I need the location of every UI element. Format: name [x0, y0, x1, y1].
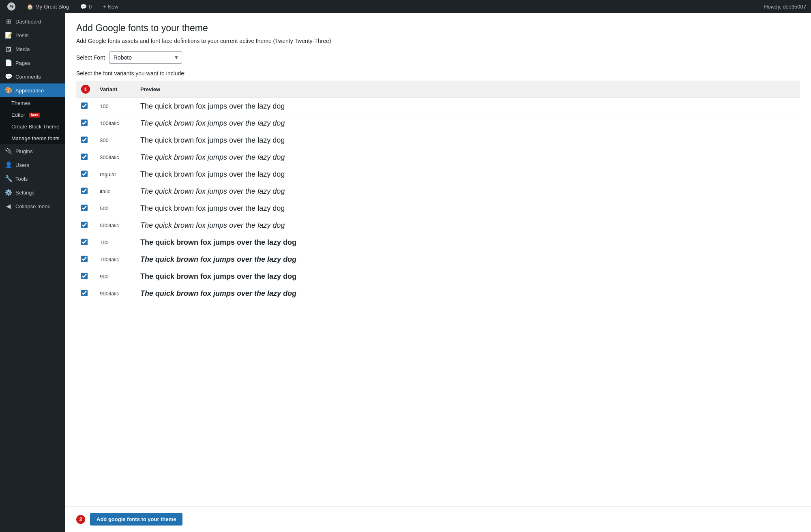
variant-checkbox[interactable] — [81, 273, 88, 279]
sidebar-item-comments[interactable]: 💬 Comments — [0, 70, 65, 83]
step-1-badge: 1 — [81, 85, 90, 94]
variant-checkbox[interactable] — [81, 256, 88, 262]
table-row: 700italicThe quick brown fox jumps over … — [76, 251, 800, 268]
variant-name: 500italic — [95, 217, 135, 234]
variant-preview: The quick brown fox jumps over the lazy … — [135, 251, 800, 268]
adminbar-site-name[interactable]: 🏠 My Great Blog — [24, 0, 71, 13]
adminbar-comments[interactable]: 💬 0 — [78, 0, 94, 13]
dashboard-icon: ⊞ — [5, 18, 12, 25]
adminbar-wp-logo[interactable] — [5, 0, 18, 13]
sidebar-item-tools[interactable]: 🔧 Tools — [0, 172, 65, 186]
variant-checkbox-cell — [76, 132, 95, 149]
table-row: 500The quick brown fox jumps over the la… — [76, 200, 800, 217]
variants-label: Select the font variants you want to inc… — [76, 70, 800, 77]
variant-checkbox[interactable] — [81, 103, 88, 109]
site-name-icon: 🏠 — [27, 4, 33, 10]
comments-bubble-icon: 💬 — [5, 73, 12, 80]
variant-checkbox-cell — [76, 200, 95, 217]
sidebar-sub-manage-theme-fonts[interactable]: Manage theme fonts — [0, 132, 65, 144]
variant-checkbox-cell — [76, 166, 95, 183]
sidebar-item-appearance[interactable]: 🎨 Appearance — [0, 83, 65, 97]
variant-preview: The quick brown fox jumps over the lazy … — [135, 217, 800, 234]
variant-checkbox[interactable] — [81, 239, 88, 245]
table-row: 100italicThe quick brown fox jumps over … — [76, 115, 800, 132]
main-content: Add Google fonts to your theme Add Googl… — [65, 13, 811, 506]
editor-beta-badge: beta — [29, 113, 41, 118]
variant-checkbox-cell — [76, 268, 95, 285]
variant-name: 100 — [95, 98, 135, 115]
header-checkbox-cell: 1 — [76, 81, 95, 98]
table-row: 300The quick brown fox jumps over the la… — [76, 132, 800, 149]
sidebar-item-plugins[interactable]: 🔌 Plugins — [0, 144, 65, 158]
table-row: 500italicThe quick brown fox jumps over … — [76, 217, 800, 234]
page-subtitle: Add Google fonts assets and font face de… — [76, 38, 800, 44]
sidebar-item-media[interactable]: 🖼 Media — [0, 42, 65, 56]
font-select[interactable]: Roboto Open Sans Lato Montserrat Oswald … — [109, 51, 182, 64]
font-select-wrapper: Roboto Open Sans Lato Montserrat Oswald … — [109, 51, 182, 64]
table-row: italicThe quick brown fox jumps over the… — [76, 183, 800, 200]
page-wrap: Add Google fonts to your theme Add Googl… — [65, 13, 811, 506]
variant-name: italic — [95, 183, 135, 200]
variant-checkbox[interactable] — [81, 171, 88, 177]
sidebar-item-dashboard[interactable]: ⊞ Dashboard — [0, 15, 65, 28]
select-font-row: Select Font Roboto Open Sans Lato Montse… — [76, 51, 800, 64]
sidebar-item-users[interactable]: 👤 Users — [0, 158, 65, 172]
pages-icon: 📄 — [5, 59, 12, 66]
media-icon: 🖼 — [5, 45, 12, 53]
sidebar-item-pages[interactable]: 📄 Pages — [0, 56, 65, 70]
table-row: regularThe quick brown fox jumps over th… — [76, 166, 800, 183]
variant-name: 900 — [95, 268, 135, 285]
collapse-icon: ◀ — [5, 203, 12, 210]
admin-bar: 🏠 My Great Blog 💬 0 + New Howdy, dee3500… — [0, 0, 811, 13]
table-row: 300italicThe quick brown fox jumps over … — [76, 149, 800, 166]
variants-table: 1 Variant Preview 100The quick brown fox… — [76, 81, 800, 302]
col-preview: Preview — [135, 81, 800, 98]
adminbar-user: Howdy, dee35007 — [764, 4, 806, 10]
variant-preview: The quick brown fox jumps over the lazy … — [135, 183, 800, 200]
variant-checkbox-cell — [76, 183, 95, 200]
variant-checkbox[interactable] — [81, 222, 88, 228]
plugins-icon: 🔌 — [5, 147, 12, 155]
users-icon: 👤 — [5, 161, 12, 169]
variant-checkbox[interactable] — [81, 188, 88, 194]
step-2-badge: 2 — [76, 515, 85, 524]
variant-checkbox[interactable] — [81, 120, 88, 126]
table-row: 900The quick brown fox jumps over the la… — [76, 268, 800, 285]
variant-preview: The quick brown fox jumps over the lazy … — [135, 132, 800, 149]
variant-checkbox[interactable] — [81, 205, 88, 211]
sidebar-sub-editor[interactable]: Editor beta — [0, 109, 65, 121]
variant-checkbox-cell — [76, 115, 95, 132]
sidebar-item-posts[interactable]: 📝 Posts — [0, 28, 65, 42]
variant-checkbox[interactable] — [81, 137, 88, 143]
variant-preview: The quick brown fox jumps over the lazy … — [135, 285, 800, 302]
variant-checkbox[interactable] — [81, 290, 88, 296]
variant-name: 900italic — [95, 285, 135, 302]
comments-icon: 💬 — [80, 4, 87, 10]
variant-preview: The quick brown fox jumps over the lazy … — [135, 98, 800, 115]
variant-checkbox[interactable] — [81, 154, 88, 160]
add-google-fonts-button[interactable]: Add google fonts to your theme — [90, 513, 182, 526]
variant-name: 300italic — [95, 149, 135, 166]
sidebar-item-collapse[interactable]: ◀ Collapse menu — [0, 199, 65, 213]
variant-name: regular — [95, 166, 135, 183]
page-title: Add Google fonts to your theme — [76, 23, 800, 34]
variant-name: 100italic — [95, 115, 135, 132]
variant-checkbox-cell — [76, 234, 95, 251]
bottom-bar: 2 Add google fonts to your theme — [65, 506, 811, 532]
variant-preview: The quick brown fox jumps over the lazy … — [135, 268, 800, 285]
variant-name: 300 — [95, 132, 135, 149]
table-row: 100The quick brown fox jumps over the la… — [76, 98, 800, 115]
sidebar-item-settings[interactable]: ⚙️ Settings — [0, 186, 65, 199]
appearance-icon: 🎨 — [5, 87, 12, 94]
adminbar-new[interactable]: + New — [101, 0, 120, 13]
variant-preview: The quick brown fox jumps over the lazy … — [135, 234, 800, 251]
sidebar-sub-create-block-theme[interactable]: Create Block Theme — [0, 121, 65, 132]
tools-icon: 🔧 — [5, 175, 12, 182]
variant-checkbox-cell — [76, 251, 95, 268]
settings-icon: ⚙️ — [5, 189, 12, 196]
variant-checkbox-cell — [76, 98, 95, 115]
variant-checkbox-cell — [76, 217, 95, 234]
sidebar-sub-themes[interactable]: Themes — [0, 97, 65, 109]
select-font-label: Select Font — [76, 54, 105, 61]
sidebar-menu: ⊞ Dashboard 📝 Posts 🖼 Media 📄 Pages 💬 Co… — [0, 13, 65, 213]
